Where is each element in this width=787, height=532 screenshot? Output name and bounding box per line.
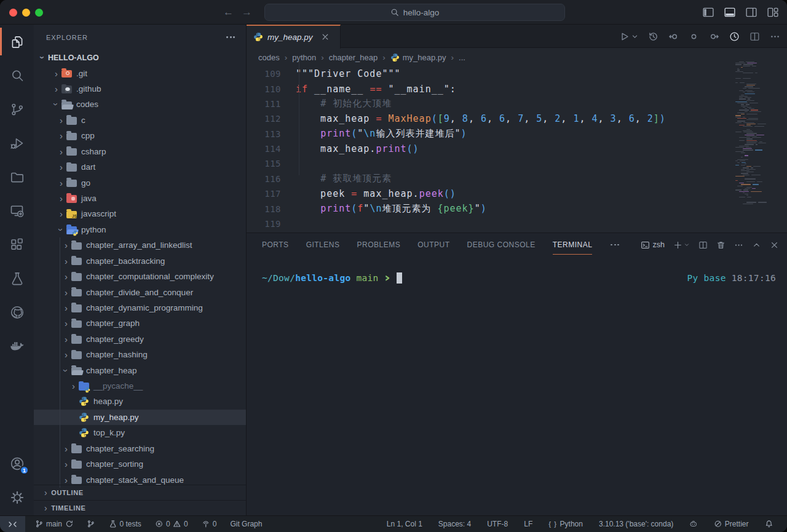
status-git-graph[interactable]: Git Graph (223, 516, 269, 532)
status-tests[interactable]: 0 tests (102, 516, 148, 532)
status-encoding[interactable]: UTF-8 (479, 520, 516, 528)
activity-item-testing[interactable] (0, 261, 34, 295)
tree-item--github[interactable]: ›.github (34, 81, 246, 97)
tree-item-top-k-py[interactable]: ›top_k.py (34, 425, 246, 440)
code-editor[interactable]: 109"""Driver Code"""110if __name__ == "_… (247, 66, 787, 234)
panel-tab-problems[interactable]: PROBLEMS (357, 233, 400, 256)
forward-icon[interactable]: → (242, 6, 252, 18)
close-tab-icon[interactable] (320, 32, 330, 42)
close-window-button[interactable] (9, 9, 17, 17)
tree-item-go[interactable]: ›go (34, 175, 246, 190)
chevron-up-icon[interactable] (752, 240, 761, 250)
circle-plain-icon[interactable] (689, 31, 699, 42)
outline-section[interactable]: ›OUTLINE (34, 485, 246, 500)
chevron-down-icon[interactable] (684, 242, 690, 248)
status-copilot[interactable] (681, 520, 706, 528)
play-icon[interactable] (619, 31, 630, 42)
activity-item-search[interactable] (0, 58, 34, 92)
breadcrumb-chapter-heap[interactable]: chapter_heap (329, 53, 378, 62)
tree-item-my-heap-py[interactable]: ›my_heap.py (34, 410, 246, 425)
command-center-search[interactable]: hello-algo (264, 4, 565, 21)
explorer-actions-icon[interactable] (226, 36, 235, 38)
tree-item-c[interactable]: ›c (34, 113, 246, 128)
chevron-down-small-icon[interactable] (631, 33, 638, 40)
tree-item-cpp[interactable]: ›cpp (34, 128, 246, 143)
status-problems[interactable]: 00 (148, 516, 195, 532)
status-cursor-position[interactable]: Ln 1, Col 1 (379, 520, 430, 528)
timeline-section[interactable]: ›TIMELINE (34, 500, 246, 515)
tree-item-chapter-greedy[interactable]: ›chapter_greedy (34, 332, 246, 347)
layout-grid-icon[interactable] (767, 6, 779, 18)
minimize-window-button[interactable] (22, 9, 30, 17)
status-notifications[interactable] (757, 520, 781, 528)
status-branch-compare[interactable] (80, 516, 102, 532)
tree-item-chapter-searching[interactable]: ›chapter_searching (34, 441, 246, 456)
circle-arrow-right-icon[interactable] (709, 31, 719, 42)
remote-indicator[interactable] (0, 516, 25, 532)
breadcrumb-codes[interactable]: codes (258, 53, 280, 62)
activity-item-source-control[interactable] (0, 92, 34, 126)
minimap[interactable] (734, 62, 781, 206)
tree-item-codes[interactable]: ›codes (34, 97, 246, 112)
close-icon[interactable] (770, 240, 779, 250)
breadcrumb--[interactable]: ... (459, 53, 465, 62)
status-python-interpreter[interactable]: 3.10.13 ('base': conda) (591, 520, 681, 528)
activity-item-settings[interactable] (0, 480, 34, 514)
panel-tab-terminal[interactable]: TERMINAL (553, 233, 593, 256)
trash-icon[interactable] (716, 240, 726, 250)
layout-panel-icon[interactable] (724, 6, 736, 18)
tree-item-chapter-dynamic-programming[interactable]: ›chapter_dynamic_programming (34, 300, 246, 316)
ellipsis-h-icon[interactable] (770, 31, 780, 42)
panel-tab-gitlens[interactable]: GITLENS (306, 233, 340, 256)
status-prettier[interactable]: Prettier (706, 520, 757, 528)
split-icon[interactable] (698, 240, 708, 250)
tree-item-chapter-array-and-linkedlist[interactable]: ›chapter_array_and_linkedlist (34, 237, 246, 253)
tree-item-chapter-sorting[interactable]: ›chapter_sorting (34, 456, 246, 472)
tree-item--git[interactable]: ›.git (34, 65, 246, 81)
layout-sidebar-right-icon[interactable] (745, 6, 757, 18)
tree-item-java[interactable]: ›java (34, 191, 246, 206)
status-language-mode[interactable]: { }Python (540, 520, 591, 528)
history-icon[interactable] (648, 31, 658, 42)
tree-item-chapter-divide-and-conquer[interactable]: ›chapter_divide_and_conquer (34, 284, 246, 300)
tree-item--pycache-[interactable]: ›__pycache__ (34, 378, 246, 394)
activity-item-accounts[interactable]: 1 (0, 447, 34, 480)
activity-item-docker[interactable] (0, 329, 34, 363)
breadcrumb-python[interactable]: python (292, 53, 316, 62)
panel-tab-debug-console[interactable]: DEBUG CONSOLE (467, 233, 536, 256)
split-icon[interactable] (749, 31, 760, 42)
status-git-branch[interactable]: main (28, 516, 80, 532)
activity-item-run-debug[interactable] (0, 126, 34, 160)
ellipsis-h-icon[interactable] (734, 240, 743, 250)
activity-item-explorer[interactable] (0, 25, 34, 58)
activity-item-remote-explorer[interactable] (0, 194, 34, 228)
maximize-window-button[interactable] (35, 9, 43, 17)
tree-item-dart[interactable]: ›dart (34, 159, 246, 175)
panel-tab-ports[interactable]: PORTS (262, 233, 289, 256)
activity-item-github[interactable] (0, 295, 34, 329)
back-icon[interactable]: ← (223, 6, 234, 18)
layout-sidebar-left-icon[interactable] (702, 6, 714, 18)
tree-item-chapter-heap[interactable]: ›chapter_heap (34, 362, 246, 378)
panel-tab-output[interactable]: OUTPUT (417, 233, 449, 256)
activity-item-project-manager[interactable] (0, 160, 34, 194)
status-feedback[interactable]: 0 (195, 516, 224, 532)
tree-item-chapter-hashing[interactable]: ›chapter_hashing (34, 347, 246, 362)
tree-item-csharp[interactable]: ›csharp (34, 144, 246, 159)
status-eol[interactable]: LF (516, 520, 540, 528)
terminal-content[interactable]: ~/Dow/hello-algomain› Py base 18:17:16 (262, 272, 776, 284)
tree-item-hello-algo[interactable]: ›HELLO-ALGO (34, 50, 246, 65)
tree-item-chapter-computational-complexity[interactable]: ›chapter_computational_complexity (34, 269, 246, 284)
activity-item-extensions[interactable] (0, 228, 34, 261)
gitlens-clock-icon[interactable] (729, 31, 740, 42)
tree-item-chapter-backtracking[interactable]: ›chapter_backtracking (34, 253, 246, 268)
plus-icon[interactable] (673, 240, 682, 250)
status-indentation[interactable]: Spaces: 4 (430, 520, 479, 528)
tree-item-heap-py[interactable]: ›heap.py (34, 394, 246, 409)
tree-item-chapter-graph[interactable]: ›chapter_graph (34, 316, 246, 331)
circle-arrow-left-icon[interactable] (668, 31, 679, 42)
tree-item-python[interactable]: ›python (34, 222, 246, 237)
tree-item-javascript[interactable]: ›JSjavascript (34, 206, 246, 221)
panel-tabs-more-icon[interactable] (611, 244, 619, 246)
breadcrumb-my-heap-py[interactable]: my_heap.py (390, 53, 446, 62)
